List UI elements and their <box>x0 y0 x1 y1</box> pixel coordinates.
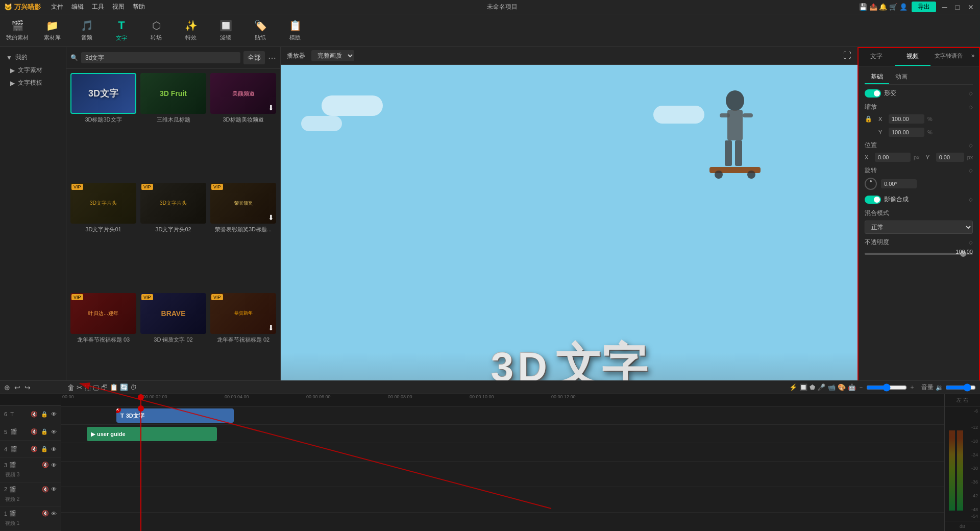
redo-button[interactable]: ↪ <box>24 383 31 392</box>
marker-button[interactable]: ⬟ <box>810 383 815 391</box>
volume-slider[interactable] <box>945 383 976 392</box>
track-mute-4[interactable]: 🔇 <box>31 446 38 452</box>
db-label: dB <box>945 521 980 531</box>
timer-button[interactable]: ⏱ <box>130 383 137 391</box>
group-button[interactable]: 🗗 <box>101 383 108 391</box>
transform-button[interactable]: ▢ <box>93 383 99 391</box>
tracks-content: T 3D文字 ✕ ▶ user guide <box>61 406 944 531</box>
undo-button[interactable]: ↩ <box>14 383 20 392</box>
tab-video[interactable]: 视频 <box>895 48 931 66</box>
zoom-in-icon[interactable]: ＋ <box>909 383 915 392</box>
list-item[interactable]: 3D文字 3D标题3D文字 <box>70 73 136 179</box>
expand-panel-button[interactable]: » <box>967 48 979 66</box>
filter-button[interactable]: 全部 <box>243 51 265 64</box>
track-4-content <box>61 443 944 462</box>
sidebar-text-templates[interactable]: ▶ 文字模板 <box>0 77 66 89</box>
ai-color-button[interactable]: 🤖 <box>848 383 856 391</box>
delete-button[interactable]: 🗑 <box>67 383 75 392</box>
toolbar-filter[interactable]: 🔲 滤镜 <box>214 19 237 41</box>
scale-y-input[interactable] <box>889 128 924 137</box>
more-options-button[interactable]: ⋯ <box>268 53 276 63</box>
menu-edit[interactable]: 编辑 <box>71 3 84 11</box>
list-item[interactable]: 3D Fruit 三维木瓜标题 <box>140 73 206 179</box>
sidebar-text-materials[interactable]: ▶ 文字素材 <box>0 64 66 77</box>
track-mute-6[interactable]: 🔇 <box>31 411 38 418</box>
sidebar-my[interactable]: ▼ 我的 <box>0 51 66 64</box>
sub-tab-animation[interactable]: 动画 <box>889 70 914 84</box>
menu-help[interactable]: 帮助 <box>133 3 145 11</box>
close-button[interactable]: ✕ <box>966 3 976 11</box>
text-clip-3d[interactable]: T 3D文字 ✕ <box>116 408 234 423</box>
track-eye-6[interactable]: 👁 <box>51 411 57 417</box>
toolbar-audio[interactable]: 🎵 音频 <box>76 19 98 41</box>
track-lock-4[interactable]: 🔒 <box>41 446 48 452</box>
toolbar-text[interactable]: T 文字 <box>110 19 133 42</box>
minimize-button[interactable]: ─ <box>940 3 949 11</box>
transition-icon: ⬡ <box>152 19 161 32</box>
menu-file[interactable]: 文件 <box>51 3 63 11</box>
position-y-input[interactable] <box>936 153 964 162</box>
video-clip-userguide[interactable]: ▶ user guide <box>87 427 217 441</box>
track-eye-1[interactable]: 👁 <box>51 511 57 517</box>
add-track-button[interactable]: ⊕ <box>4 383 10 392</box>
track-mute-5[interactable]: 🔇 <box>31 428 38 435</box>
color-correction-button[interactable]: 🎨 <box>838 383 846 391</box>
list-item[interactable]: VIP 3D文字片头 3D文字片头01 <box>70 183 136 288</box>
quality-select[interactable]: 完整画质 <box>311 50 354 61</box>
properties-section: 基础 动画 形变 ◇ 缩放 ◇ 🔒 X % 🔒 Y <box>859 66 979 266</box>
list-item[interactable]: 美颜频道 ⬇ 3D标题美妆频道 <box>210 73 276 179</box>
zoom-out-icon[interactable]: － <box>858 383 864 392</box>
rotation-keyframe-icon[interactable]: ◇ <box>969 167 973 173</box>
rotation-input[interactable] <box>881 179 917 188</box>
composite-toggle[interactable] <box>865 196 881 204</box>
opacity-keyframe-icon[interactable]: ◇ <box>969 239 973 245</box>
toolbar-sticker[interactable]: 🏷️ 贴纸 <box>249 19 272 41</box>
shape-keyframe-icon[interactable]: ◇ <box>969 90 973 96</box>
replace-button[interactable]: 🔄 <box>120 383 128 391</box>
toolbar-library[interactable]: 📁 素材库 <box>41 19 63 41</box>
composite-keyframe-icon[interactable]: ◇ <box>969 197 973 202</box>
toolbar-effects[interactable]: ✨ 特效 <box>180 19 202 41</box>
ai-effects-button[interactable]: ⚡ <box>789 383 797 391</box>
fullscreen-icon[interactable]: ⛶ <box>843 51 851 60</box>
search-input[interactable] <box>81 52 240 63</box>
snap-button[interactable]: 🔲 <box>799 383 807 391</box>
zoom-slider[interactable] <box>866 383 907 392</box>
menu-view[interactable]: 视图 <box>112 3 125 11</box>
track-mute-1[interactable]: 🔇 <box>42 510 49 517</box>
track-lock-6[interactable]: 🔒 <box>41 411 48 418</box>
lock-icon[interactable]: 🔒 <box>865 115 872 123</box>
list-item[interactable]: VIP 3D文字片头 3D文字片头02 <box>140 183 206 288</box>
cut-button[interactable]: ✂ <box>77 383 83 392</box>
scale-x-input[interactable] <box>889 114 924 124</box>
track-eye-4[interactable]: 👁 <box>51 446 57 452</box>
mic-button[interactable]: 🎤 <box>817 383 825 391</box>
track-eye-2[interactable]: 👁 <box>51 486 57 492</box>
track-eye-3[interactable]: 👁 <box>51 462 57 468</box>
track-eye-5[interactable]: 👁 <box>51 429 57 435</box>
toolbar-transition[interactable]: ⬡ 转场 <box>145 19 167 41</box>
track-mute-3[interactable]: 🔇 <box>42 462 49 468</box>
position-keyframe-icon[interactable]: ◇ <box>969 142 973 148</box>
svg-rect-1 <box>727 110 743 140</box>
tab-text[interactable]: 文字 <box>859 48 895 66</box>
track-lock-5[interactable]: 🔒 <box>41 428 48 435</box>
copy-button[interactable]: 📋 <box>110 383 118 391</box>
rotation-dial[interactable] <box>865 178 877 190</box>
sub-tab-basic[interactable]: 基础 <box>865 70 889 84</box>
crop-button[interactable]: ⬚ <box>85 383 91 391</box>
list-item[interactable]: VIP 荣誉颁奖 ⬇ 荣誉表彰颁奖3D标题... <box>210 183 276 288</box>
maximize-button[interactable]: □ <box>953 3 962 11</box>
volume-down-icon[interactable]: 🔉 <box>936 384 943 391</box>
track-mute-2[interactable]: 🔇 <box>42 486 49 493</box>
toolbar-template[interactable]: 📋 模版 <box>284 19 306 41</box>
tab-tts[interactable]: 文字转语音 <box>930 48 967 66</box>
blend-mode-select[interactable]: 正常 <box>865 221 973 234</box>
menu-tools[interactable]: 工具 <box>92 3 104 11</box>
toolbar-media[interactable]: 🎬 我的素材 <box>6 19 29 41</box>
scale-keyframe-icon[interactable]: ◇ <box>969 104 973 110</box>
export-button[interactable]: 导出 <box>912 2 936 12</box>
position-x-input[interactable] <box>875 153 911 162</box>
shape-toggle[interactable] <box>865 89 881 98</box>
screen-capture-button[interactable]: 📹 <box>827 383 836 391</box>
